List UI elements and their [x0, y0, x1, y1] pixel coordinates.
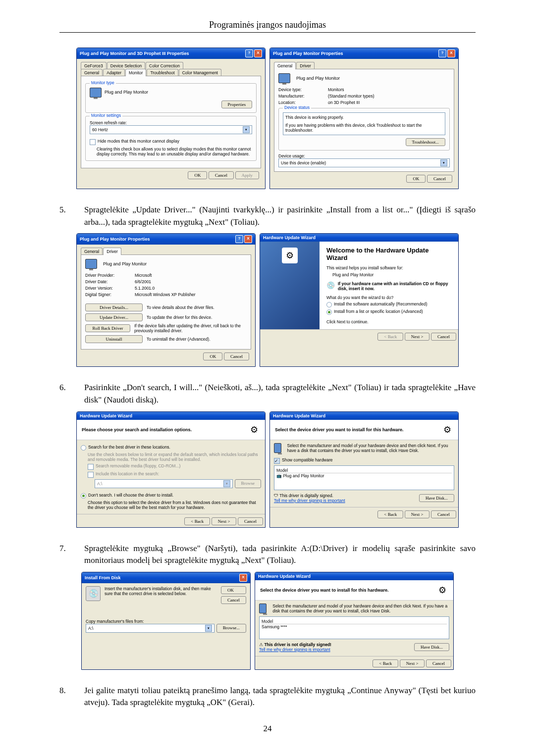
tab-driver[interactable]: Driver — [103, 248, 121, 255]
monitor-icon — [90, 88, 102, 98]
ok-button[interactable]: OK — [188, 171, 207, 179]
cancel-button[interactable]: Cancel — [431, 510, 456, 518]
tab-general[interactable]: General — [274, 62, 296, 69]
monitor-icon — [274, 443, 281, 453]
cancel-button[interactable]: Cancel — [209, 171, 234, 179]
driver-details-button[interactable]: Driver Details... — [85, 303, 143, 311]
location-label: Location: — [278, 100, 328, 105]
close-icon[interactable]: X — [244, 235, 252, 243]
copy-path-select[interactable]: A:\▾ — [86, 624, 214, 633]
wizard-header-text: Select the device driver you want to ins… — [260, 588, 389, 593]
back-button[interactable]: < Back — [377, 510, 403, 518]
hide-modes-description: Clearing this check box allows you to se… — [97, 147, 252, 156]
browse-button[interactable]: Browse... — [216, 624, 246, 633]
wizard-header-text: Select the device driver you want to ins… — [275, 427, 404, 432]
cancel-button[interactable]: Cancel — [224, 353, 249, 360]
help-icon[interactable]: ? — [235, 235, 243, 243]
dont-search-desc: Choose this option to select the device … — [88, 500, 261, 510]
step-text: Spragtelėkite mygtuką „Browse" (Naršyti)… — [84, 543, 476, 567]
model-list[interactable]: Model 📺 Plug and Play Monitor — [274, 465, 454, 490]
refresh-rate-select[interactable]: 60 Hertz ▾ — [90, 125, 252, 134]
date-label: Driver Date: — [85, 279, 135, 284]
next-button[interactable]: Next > — [212, 517, 237, 525]
next-button[interactable]: Next > — [405, 510, 430, 518]
device-type-label: Device type: — [278, 87, 328, 92]
install-from-disk-dialog: Install From Disk X Insert the manufactu… — [81, 572, 251, 670]
radio-list[interactable] — [326, 309, 332, 315]
cancel-button[interactable]: Cancel — [221, 596, 246, 604]
cancel-button[interactable]: Cancel — [426, 659, 451, 667]
hide-modes-label: Hide modes that this monitor cannot disp… — [98, 139, 179, 144]
tab-monitor[interactable]: Monitor — [125, 69, 146, 76]
cancel-button[interactable]: Cancel — [238, 517, 263, 525]
rollback-driver-text: If the device fails after updating the d… — [134, 323, 247, 333]
signer-label: Digital Signer: — [85, 292, 135, 297]
wizard-helps-text: This wizard helps you install software f… — [326, 265, 451, 270]
device-usage-select[interactable]: Use this device (enable) ▾ — [278, 158, 450, 167]
tab-geforce[interactable]: GeForce3 — [81, 62, 107, 69]
radio-auto-label: Install the software automatically (Reco… — [334, 302, 428, 306]
radio-auto[interactable] — [326, 302, 332, 307]
tab-device-selection[interactable]: Device Selection — [107, 62, 145, 69]
signed-label: 🛡 This driver is digitally signed. — [274, 493, 345, 498]
back-button[interactable]: < Back — [373, 659, 398, 667]
step-6: 6. Pasirinkite „Don't search, I will..."… — [59, 382, 476, 406]
tab-driver[interactable]: Driver — [296, 62, 315, 69]
next-button[interactable]: Next > — [405, 333, 430, 341]
select-driver-desc: Select the manufacturer and model of you… — [287, 443, 454, 453]
cancel-button[interactable]: Cancel — [427, 175, 452, 183]
have-disk-button[interactable]: Have Disk... — [414, 643, 449, 651]
next-button[interactable]: Next > — [400, 659, 425, 667]
uninstall-button[interactable]: Uninstall — [85, 335, 143, 343]
tell-me-link[interactable]: Tell me why driver signing is important — [259, 647, 331, 652]
model-item[interactable]: 📺 Plug and Play Monitor — [276, 473, 452, 478]
install-disk-instruction: Insert the manufacturer's installation d… — [105, 586, 217, 604]
driver-details-text: To view details about the driver files. — [147, 305, 214, 310]
tab-troubleshoot[interactable]: Troubleshoot — [147, 69, 178, 76]
version-value: 5.1.2001.0 — [135, 286, 155, 291]
titlebar-text: Plug and Play Monitor Properties — [273, 51, 343, 56]
ok-button[interactable]: OK — [221, 586, 246, 594]
tab-color-correction[interactable]: Color Correction — [146, 62, 183, 69]
model-item[interactable]: Samsung **** — [262, 624, 447, 629]
help-icon[interactable]: ? — [245, 50, 253, 57]
tab-general[interactable]: General — [81, 69, 103, 76]
tab-color-management[interactable]: Color Management — [179, 69, 221, 76]
radio-dont-search[interactable] — [81, 493, 86, 499]
provider-label: Driver Provider: — [85, 273, 135, 278]
status-line-1: This device is working properly. — [285, 115, 443, 120]
monitor-icon — [259, 604, 267, 613]
show-compatible-checkbox[interactable]: ✓ — [274, 458, 280, 464]
monitor-properties-general-dialog: Plug and Play Monitor Properties ? X Gen… — [269, 48, 459, 189]
back-button[interactable]: < Back — [184, 517, 210, 525]
have-disk-button[interactable]: Have Disk... — [419, 494, 454, 502]
hide-modes-checkbox[interactable] — [90, 139, 96, 145]
ok-button[interactable]: OK — [203, 353, 222, 360]
refresh-rate-value: 60 Hertz — [92, 127, 108, 132]
heading: Plug and Play Monitor — [296, 76, 340, 81]
cancel-button[interactable]: Cancel — [431, 333, 456, 341]
radio-dont-search-label: Don't search. I will choose the driver t… — [88, 493, 173, 498]
screenshot-row-1: Plug and Play Monitor and 3D Prophet III… — [59, 48, 476, 189]
close-icon[interactable]: X — [254, 50, 262, 57]
titlebar-text: Plug and Play Monitor and 3D Prophet III… — [80, 51, 189, 56]
step-number: 7. — [59, 543, 84, 567]
properties-button[interactable]: Properties — [221, 101, 253, 108]
model-list[interactable]: Model Samsung **** — [259, 616, 449, 639]
copy-path-value: A:\ — [88, 626, 93, 631]
rollback-driver-button[interactable]: Roll Back Driver — [85, 324, 130, 332]
update-driver-button[interactable]: Update Driver... — [85, 313, 143, 321]
help-icon[interactable]: ? — [438, 50, 446, 57]
radio-search[interactable] — [81, 445, 86, 451]
ok-button[interactable]: OK — [406, 175, 426, 183]
tell-me-link[interactable]: Tell me why driver signing is important — [274, 498, 345, 503]
tab-adapter[interactable]: Adapter — [103, 69, 125, 76]
chk-include — [88, 472, 94, 478]
titlebar-text: Plug and Play Monitor Properties — [80, 237, 150, 242]
close-icon[interactable]: X — [447, 50, 455, 57]
tab-general[interactable]: General — [81, 248, 103, 255]
titlebar-text: Hardware Update Wizard — [273, 413, 325, 418]
troubleshoot-button[interactable]: Troubleshoot... — [406, 138, 445, 146]
close-icon[interactable]: X — [239, 574, 247, 582]
titlebar: Plug and Play Monitor Properties ? X — [270, 48, 458, 59]
